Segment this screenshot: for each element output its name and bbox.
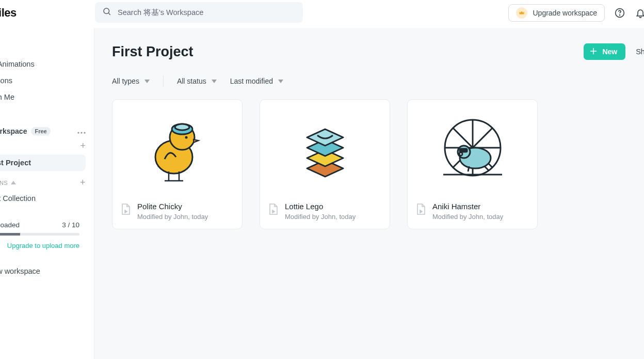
card-thumbnail [408, 100, 537, 196]
workspace-more-icon[interactable] [77, 127, 86, 135]
new-workspace-link[interactable]: new workspace [0, 267, 40, 275]
page-title: First Project [112, 44, 194, 60]
share-button[interactable]: Sha [636, 48, 644, 56]
chevron-down-icon [144, 80, 150, 83]
file-icon [268, 203, 279, 221]
filter-row: All types All status Last modified [112, 75, 644, 87]
new-button-label: New [602, 48, 617, 56]
search-input[interactable] [118, 8, 296, 17]
sidebar: ard lic Animations ections with Me Works… [0, 28, 94, 359]
logo: tieFiles [0, 6, 17, 20]
chevron-down-icon [278, 80, 283, 83]
file-icon [121, 203, 131, 221]
workspace-header[interactable]: Workspace Free [0, 124, 88, 138]
svg-point-0 [104, 8, 109, 14]
svg-point-13 [185, 136, 187, 139]
uploaded-label: ploaded [0, 221, 20, 229]
sidebar-item-public-animations[interactable]: lic Animations [0, 56, 94, 72]
filter-types[interactable]: All types [112, 77, 150, 85]
help-icon[interactable] [614, 7, 625, 19]
search-icon [102, 7, 111, 18]
svg-point-12 [175, 124, 189, 130]
chevron-down-icon [212, 80, 217, 83]
upgrade-workspace-label: Upgrade workspace [533, 9, 597, 17]
sidebar-collection-first[interactable]: st Collection [0, 190, 88, 207]
card-meta: Lottie Lego Modified by John, today [260, 196, 390, 229]
new-button[interactable]: New [584, 43, 625, 60]
svg-line-1 [108, 13, 110, 14]
upload-usage: ploaded 3 / 10 Upgrade to upload more [0, 216, 88, 253]
header-actions: Upgrade workspace [508, 4, 644, 22]
card-meta: Polite Chicky Modified by John, today [112, 196, 242, 229]
svg-point-3 [620, 15, 620, 15]
filter-sort[interactable]: Last modified [230, 77, 283, 85]
projects-header: + [0, 138, 88, 153]
svg-point-6 [84, 132, 85, 133]
header: tieFiles Upgrade workspace [0, 0, 644, 28]
sidebar-item-dashboard[interactable]: ard [0, 39, 94, 56]
card-title: Polite Chicky [137, 202, 208, 211]
upgrade-workspace-button[interactable]: Upgrade workspace [508, 4, 605, 22]
upload-progress-fill [0, 233, 20, 236]
file-card[interactable]: Lottie Lego Modified by John, today [260, 99, 390, 229]
card-meta: Aniki Hamster Modified by John, today [408, 196, 537, 229]
svg-point-5 [81, 132, 82, 133]
chevron-up-icon[interactable] [11, 180, 16, 186]
file-card[interactable]: Aniki Hamster Modified by John, today [407, 99, 538, 229]
search-field[interactable] [95, 2, 303, 23]
filter-divider [163, 75, 164, 87]
sidebar-project-first[interactable]: st Project [0, 154, 86, 171]
uploaded-count: 3 / 10 [62, 221, 79, 229]
file-card[interactable]: Polite Chicky Modified by John, today [112, 99, 243, 229]
workspace-plan-badge: Free [31, 127, 50, 135]
upload-progress [0, 233, 79, 236]
card-subtitle: Modified by John, today [137, 213, 208, 221]
add-project-icon[interactable]: + [80, 141, 86, 151]
card-title: Lottie Lego [285, 202, 356, 211]
sidebar-item-shared-with-me[interactable]: with Me [0, 89, 94, 105]
svg-point-4 [77, 132, 79, 133]
cards-grid: Polite Chicky Modified by John, today [112, 99, 644, 229]
workspace-name: Workspace [0, 127, 27, 135]
notifications-icon[interactable] [635, 7, 644, 19]
card-thumbnail [112, 100, 242, 196]
svg-rect-25 [460, 149, 467, 152]
filter-status[interactable]: All status [177, 77, 217, 85]
title-row: First Project New Sha [112, 43, 644, 60]
crown-icon [516, 7, 527, 19]
workspace-block: Workspace Free + st Project ONS + st Col… [0, 124, 94, 253]
collections-label: ONS [0, 180, 8, 186]
plus-icon [589, 46, 598, 57]
sidebar-item-collections[interactable]: ections [0, 72, 94, 89]
file-icon [416, 203, 426, 221]
card-title: Aniki Hamster [432, 202, 503, 211]
card-subtitle: Modified by John, today [432, 213, 503, 221]
collections-header: ONS + [0, 172, 88, 190]
main-content: First Project New Sha All types All stat… [95, 28, 644, 359]
upgrade-upload-link[interactable]: Upgrade to upload more [0, 242, 79, 249]
card-subtitle: Modified by John, today [285, 213, 356, 221]
add-collection-icon[interactable]: + [80, 177, 86, 188]
svg-point-26 [459, 152, 462, 155]
card-thumbnail [260, 100, 390, 196]
